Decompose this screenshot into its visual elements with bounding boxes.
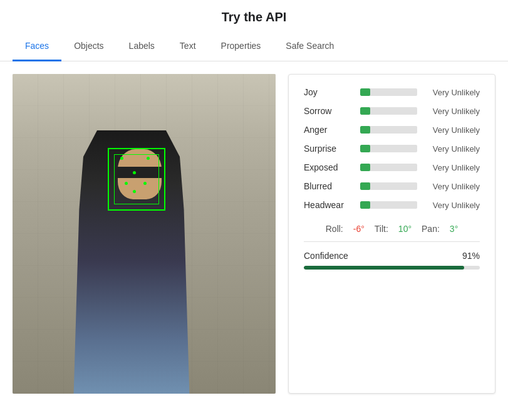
- emotion-result-headwear: Very Unlikely: [423, 201, 480, 210]
- progress-bar-bg-headwear: [360, 201, 417, 209]
- emotion-row-blurred: BlurredVery Unlikely: [304, 181, 480, 191]
- tilt-label: Tilt:: [375, 224, 388, 234]
- confidence-label: Confidence: [304, 251, 348, 261]
- face-box-inner: [114, 154, 159, 204]
- progress-bar-fill-exposed: [360, 164, 370, 171]
- emotion-label-blurred: Blurred: [304, 181, 354, 191]
- landmark-dot-5: [143, 182, 147, 185]
- pan-value: 3°: [450, 224, 458, 234]
- confidence-bar-bg: [304, 266, 480, 270]
- emotion-label-headwear: Headwear: [304, 200, 354, 210]
- tab-text[interactable]: Text: [167, 32, 209, 61]
- progress-bar-bg-exposed: [360, 164, 417, 171]
- emotion-row-exposed: ExposedVery Unlikely: [304, 162, 480, 172]
- emotion-result-exposed: Very Unlikely: [423, 163, 480, 172]
- pan-label: Pan:: [422, 224, 440, 234]
- emotion-result-anger: Very Unlikely: [423, 125, 480, 135]
- progress-bar-fill-blurred: [360, 182, 370, 190]
- progress-bar-fill-surprise: [360, 145, 370, 152]
- progress-bar-bg-surprise: [360, 145, 417, 152]
- emotion-row-sorrow: SorrowVery Unlikely: [304, 106, 480, 116]
- image-container: [13, 74, 276, 394]
- emotion-result-surprise: Very Unlikely: [423, 144, 480, 154]
- emotion-label-anger: Anger: [304, 125, 354, 135]
- progress-bar-fill-joy: [360, 88, 370, 96]
- landmark-dot-3: [133, 171, 136, 174]
- orientation-row: Roll: -6° Tilt: 10° Pan: 3°: [304, 219, 480, 241]
- emotion-row-joy: JoyVery Unlikely: [304, 87, 480, 97]
- emotion-row-surprise: SurpriseVery Unlikely: [304, 144, 480, 154]
- emotion-label-joy: Joy: [304, 87, 354, 97]
- page-title: Try the API: [0, 0, 508, 32]
- progress-bar-fill-sorrow: [360, 107, 370, 115]
- progress-bar-bg-anger: [360, 126, 417, 134]
- confidence-value: 91%: [462, 251, 480, 261]
- emotion-result-joy: Very Unlikely: [423, 88, 480, 97]
- results-panel: JoyVery UnlikelySorrowVery UnlikelyAnger…: [288, 74, 495, 394]
- roll-value: -6°: [353, 224, 365, 234]
- emotion-result-blurred: Very Unlikely: [423, 182, 480, 191]
- progress-bar-bg-blurred: [360, 182, 417, 190]
- emotion-result-sorrow: Very Unlikely: [423, 107, 480, 116]
- tab-faces[interactable]: Faces: [13, 32, 61, 61]
- main-content: JoyVery UnlikelySorrowVery UnlikelyAnger…: [0, 61, 508, 406]
- landmark-dot-2: [147, 157, 150, 160]
- tab-properties[interactable]: Properties: [209, 32, 274, 61]
- tab-objects[interactable]: Objects: [61, 32, 116, 61]
- emotion-label-exposed: Exposed: [304, 162, 354, 172]
- landmark-dot-4: [125, 182, 128, 185]
- tabs-bar: Faces Objects Labels Text Properties Saf…: [0, 32, 508, 61]
- progress-bar-bg-sorrow: [360, 107, 417, 115]
- tilt-value: 10°: [398, 224, 412, 234]
- roll-label: Roll:: [326, 224, 343, 234]
- emotion-label-surprise: Surprise: [304, 144, 354, 154]
- progress-bar-bg-joy: [360, 88, 417, 96]
- confidence-section: Confidence 91%: [304, 241, 480, 270]
- landmark-dot-6: [133, 190, 136, 193]
- face-box-outer: [108, 148, 165, 211]
- progress-bar-fill-headwear: [360, 201, 370, 209]
- emotion-label-sorrow: Sorrow: [304, 106, 354, 116]
- confidence-bar-fill: [304, 266, 464, 270]
- emotion-row-headwear: HeadwearVery Unlikely: [304, 200, 480, 210]
- landmark-dot-1: [120, 157, 123, 160]
- face-image: [13, 74, 276, 394]
- tab-safe-search[interactable]: Safe Search: [273, 32, 346, 61]
- emotion-rows: JoyVery UnlikelySorrowVery UnlikelyAnger…: [304, 87, 480, 210]
- confidence-header: Confidence 91%: [304, 251, 480, 261]
- emotion-row-anger: AngerVery Unlikely: [304, 125, 480, 135]
- progress-bar-fill-anger: [360, 126, 370, 134]
- tab-labels[interactable]: Labels: [117, 32, 167, 61]
